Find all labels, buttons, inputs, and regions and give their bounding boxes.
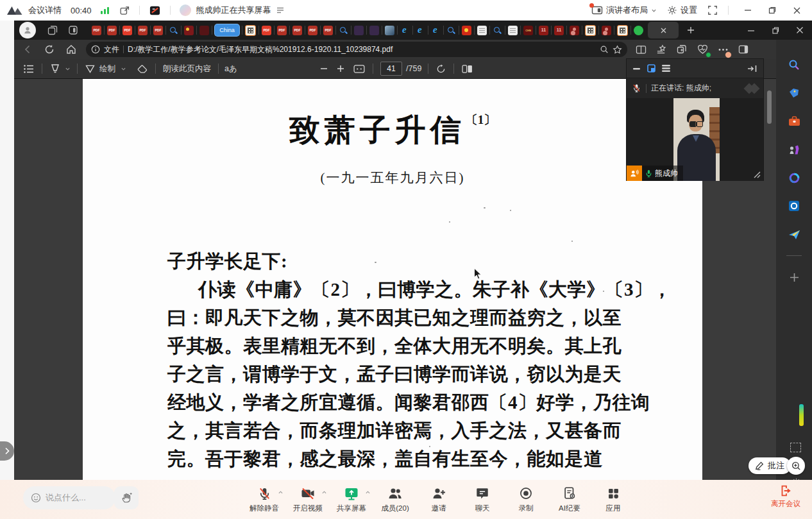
browser-tab[interactable]	[105, 22, 119, 38]
home-icon[interactable]	[63, 41, 80, 58]
workspaces-icon[interactable]	[45, 22, 60, 38]
sharing-list-icon[interactable]	[276, 7, 284, 13]
rotate-icon[interactable]	[432, 60, 450, 77]
browser-tab[interactable]	[275, 22, 289, 38]
network-signal-icon[interactable]	[101, 6, 109, 14]
address-bar[interactable]: 文件 D:/教学工作/教学参考论文/毛泽东早期文稿%201912.6-1920.…	[86, 42, 627, 57]
draw-label[interactable]: 绘制	[99, 64, 115, 74]
browser-tab[interactable]	[167, 22, 180, 38]
page-number-input[interactable]: 41	[380, 62, 402, 76]
browser-tab[interactable]	[368, 22, 381, 38]
meeting-details-button[interactable]: 会议详情	[28, 4, 62, 16]
sidebar-search-icon[interactable]	[787, 58, 801, 72]
read-aloud-button[interactable]: 朗读此页内容	[163, 64, 211, 74]
participant-video-panel[interactable]: 正在讲话: 熊成帅; 熊成帅	[627, 59, 763, 180]
meeting-button-members[interactable]: 成员(20)	[376, 482, 414, 513]
sidebar-toolbox-icon[interactable]	[787, 114, 801, 128]
browser-close-button[interactable]	[788, 21, 812, 40]
pop-out-icon[interactable]	[119, 5, 130, 16]
maximize-button[interactable]	[763, 3, 781, 18]
contents-icon[interactable]	[19, 60, 38, 77]
browser-tab[interactable]	[568, 22, 581, 38]
settings-button[interactable]: 设置	[667, 4, 697, 16]
browser-tab[interactable]	[291, 22, 304, 38]
browser-tab[interactable]	[615, 22, 630, 38]
browser-tab[interactable]	[383, 22, 396, 38]
minimize-button[interactable]	[739, 3, 757, 18]
browser-tab[interactable]	[632, 22, 645, 38]
browser-profile-button[interactable]	[19, 22, 36, 38]
browser-tab[interactable]	[243, 22, 258, 38]
browser-tab[interactable]	[506, 22, 520, 38]
browser-tab[interactable]	[352, 22, 366, 38]
zoom-out-icon[interactable]	[316, 60, 332, 77]
browser-tab[interactable]	[537, 22, 550, 38]
sidebar-tag-ribbon[interactable]	[799, 404, 804, 426]
back-icon[interactable]	[19, 41, 36, 58]
pdf-scrollbar-thumb[interactable]	[767, 90, 772, 124]
browser-tab[interactable]	[182, 22, 196, 38]
browser-tab[interactable]	[136, 22, 149, 38]
zoom-page-icon[interactable]	[600, 45, 609, 54]
browser-tab[interactable]	[398, 22, 412, 38]
annotate-button[interactable]: 批注	[749, 457, 791, 474]
draw-icon[interactable]	[81, 60, 99, 77]
video-area[interactable]: 熊成帅	[627, 98, 763, 181]
more-menu-icon[interactable]	[715, 41, 731, 58]
sidebar-loop-icon[interactable]	[787, 171, 801, 185]
browser-tab[interactable]	[600, 22, 613, 38]
meeting-button-screen-share[interactable]: 共享屏幕	[333, 482, 370, 513]
info-icon[interactable]	[91, 45, 100, 54]
refresh-icon[interactable]	[41, 41, 58, 58]
browser-tab[interactable]	[491, 22, 504, 38]
browser-tab[interactable]	[198, 22, 211, 38]
close-tab-icon[interactable]	[661, 28, 666, 33]
duplicate-tab-icon[interactable]	[673, 41, 690, 58]
sidebar-games-icon[interactable]	[787, 142, 801, 157]
meeting-button-apps[interactable]: 应用	[595, 482, 632, 513]
text-size-button[interactable]: aあ	[224, 64, 237, 74]
browser-tab[interactable]	[306, 22, 319, 38]
browser-tab[interactable]: China	[213, 22, 241, 38]
highlighter-caret-icon[interactable]	[65, 67, 71, 71]
panel-layout-grid-icon[interactable]	[647, 64, 656, 72]
draw-caret-icon[interactable]	[121, 67, 126, 71]
sidebar-tag-icon[interactable]	[787, 86, 801, 100]
sidebar-drop-icon[interactable]	[787, 227, 801, 241]
resize-handle-icon[interactable]	[752, 169, 761, 178]
eraser-icon[interactable]	[133, 60, 152, 77]
emoji-icon[interactable]	[31, 493, 41, 503]
tab-search-icon[interactable]	[65, 22, 81, 38]
panel-list-icon[interactable]	[662, 65, 670, 72]
url-text[interactable]: D:/教学工作/教学参考论文/毛泽东早期文稿%201912.6-1920.11_…	[128, 44, 596, 55]
new-tab-button[interactable]	[682, 22, 699, 38]
fit-width-icon[interactable]	[349, 60, 369, 77]
browser-restore-button[interactable]	[763, 21, 788, 40]
page-view-icon[interactable]	[457, 60, 477, 77]
meeting-button-cam-off[interactable]: 开启视频	[289, 482, 326, 513]
collections-icon[interactable]	[653, 41, 670, 58]
meeting-button-record[interactable]: 录制	[507, 482, 545, 513]
magnify-button[interactable]	[787, 457, 805, 475]
active-tab[interactable]	[648, 22, 679, 38]
browser-essentials-icon[interactable]	[694, 41, 711, 58]
split-screen-icon[interactable]	[632, 41, 649, 58]
docs-app-logo-icon[interactable]	[149, 4, 161, 17]
leave-meeting-button[interactable]: 离开会议	[767, 484, 804, 509]
browser-minimize-button[interactable]	[739, 21, 763, 40]
browser-tab[interactable]	[90, 22, 103, 38]
panel-minimize-icon[interactable]	[633, 67, 641, 70]
browser-tab[interactable]	[337, 22, 350, 38]
browser-tab[interactable]	[444, 22, 458, 38]
close-button[interactable]	[788, 3, 806, 18]
caret-up-icon[interactable]	[321, 490, 327, 495]
meeting-button-ai-notes[interactable]: AI纪要	[551, 482, 588, 513]
browser-tab[interactable]	[321, 22, 335, 38]
browser-tab[interactable]	[151, 22, 165, 38]
sidebar-toggle-icon[interactable]	[735, 41, 752, 58]
highlighter-icon[interactable]	[46, 60, 65, 77]
raise-hand-button[interactable]	[114, 486, 139, 509]
favorite-star-icon[interactable]	[613, 45, 622, 55]
meeting-button-mic-off[interactable]: 解除静音	[246, 482, 283, 513]
caret-up-icon[interactable]	[365, 490, 371, 495]
